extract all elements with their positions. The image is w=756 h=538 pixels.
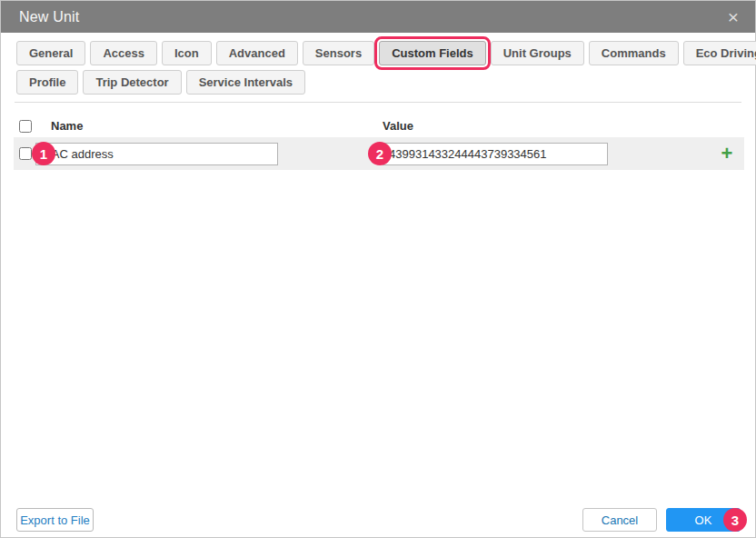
export-to-file-button[interactable]: Export to File xyxy=(16,508,94,532)
tab-access[interactable]: Access xyxy=(90,41,157,65)
tab-custom-fields[interactable]: Custom Fields xyxy=(379,41,486,65)
tab-advanced[interactable]: Advanced xyxy=(216,41,298,65)
dialog-titlebar: New Unit × xyxy=(1,1,755,33)
tab-icon[interactable]: Icon xyxy=(162,41,212,65)
column-header-value: Value xyxy=(383,119,413,133)
tab-eco-driving[interactable]: Eco Driving xyxy=(683,41,756,65)
close-icon[interactable]: × xyxy=(724,5,742,28)
tab-commands[interactable]: Commands xyxy=(589,41,679,65)
tab-general[interactable]: General xyxy=(16,41,85,65)
add-field-icon[interactable]: + xyxy=(710,137,744,170)
row-checkbox[interactable] xyxy=(19,147,32,160)
cancel-button[interactable]: Cancel xyxy=(582,508,657,532)
tabs-row-2: Profile Trip Detector Service Intervals xyxy=(16,70,305,95)
dialog-title: New Unit xyxy=(19,9,80,25)
field-name-input[interactable] xyxy=(35,143,278,165)
new-unit-dialog: New Unit × General Access Icon Advanced … xyxy=(0,0,756,538)
column-header-name: Name xyxy=(51,119,83,133)
tab-profile[interactable]: Profile xyxy=(16,70,78,95)
field-value-input[interactable] xyxy=(383,143,608,165)
tab-trip-detector[interactable]: Trip Detector xyxy=(83,70,181,95)
tabs-divider xyxy=(15,102,741,103)
annotation-badge-1: 1 xyxy=(32,142,55,165)
annotation-badge-3: 3 xyxy=(723,508,747,532)
tab-sensors[interactable]: Sensors xyxy=(303,41,374,65)
tab-service-intervals[interactable]: Service Intervals xyxy=(186,70,305,95)
tab-unit-groups[interactable]: Unit Groups xyxy=(491,41,584,65)
select-all-checkbox[interactable] xyxy=(19,120,32,133)
annotation-badge-2: 2 xyxy=(368,142,392,165)
tabs-row-1: General Access Icon Advanced Sensors Cus… xyxy=(16,41,756,65)
